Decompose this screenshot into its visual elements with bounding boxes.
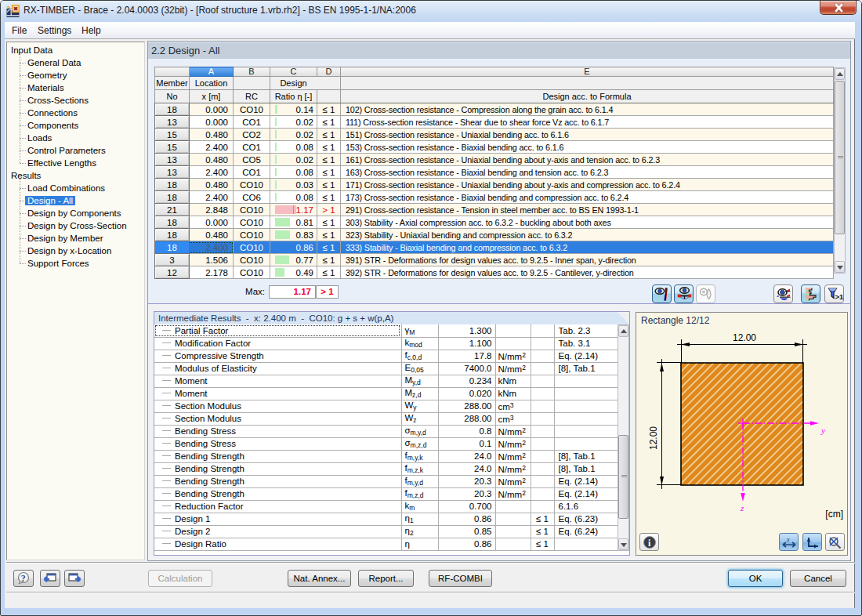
svg-text:z: z bbox=[740, 503, 744, 513]
svg-text:>1: >1 bbox=[835, 292, 845, 301]
svg-text:12.00: 12.00 bbox=[733, 332, 756, 343]
svg-text:?: ? bbox=[21, 573, 26, 584]
svg-text:x: x bbox=[786, 536, 790, 543]
svg-text:y: y bbox=[820, 426, 825, 435]
svg-text:12.00: 12.00 bbox=[648, 426, 659, 450]
